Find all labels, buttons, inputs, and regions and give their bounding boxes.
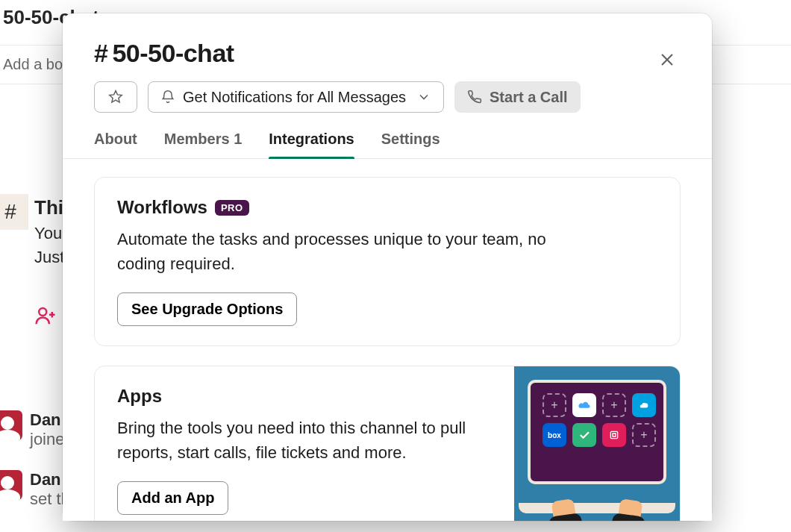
app-tile-check-icon (572, 423, 596, 447)
hand-illustration (548, 498, 583, 521)
see-upgrade-options-button[interactable]: See Upgrade Options (117, 292, 297, 326)
app-tile-box-icon: box (543, 423, 566, 447)
app-tile-plus-icon: + (543, 393, 566, 417)
workflows-title: Workflows (117, 197, 207, 218)
tab-settings[interactable]: Settings (381, 131, 440, 158)
close-button[interactable] (651, 43, 684, 76)
star-icon (108, 90, 123, 104)
modal-title: #50-50-chat (94, 39, 681, 68)
add-an-app-button[interactable]: Add an App (117, 481, 228, 515)
chevron-down-icon (416, 90, 431, 104)
svg-rect-1 (610, 431, 617, 438)
phone-icon (467, 90, 482, 104)
workflows-description: Automate the tasks and processes unique … (117, 227, 595, 276)
tab-integrations[interactable]: Integrations (269, 131, 354, 158)
hash-icon: # (94, 39, 107, 68)
call-label: Start a Call (490, 89, 567, 106)
modal-channel-name: 50-50-chat (112, 39, 234, 68)
app-tile-cloud-icon (572, 393, 596, 417)
modal-action-row: Get Notifications for All Messages Start… (63, 81, 712, 113)
app-tile-app-icon (602, 423, 626, 447)
tab-members[interactable]: Members 1 (164, 131, 243, 158)
modal-overlay[interactable]: #50-50-chat Get Notifications for All Me… (0, 0, 791, 532)
close-icon (659, 51, 675, 68)
apps-description: Bring the tools you need into this chann… (117, 416, 475, 465)
star-button[interactable] (94, 81, 137, 113)
start-call-button[interactable]: Start a Call (454, 81, 580, 113)
modal-tabs: About Members 1 Integrations Settings (63, 131, 712, 159)
notifications-button[interactable]: Get Notifications for All Messages (148, 81, 444, 113)
modal-body: Workflows PRO Automate the tasks and pro… (63, 159, 712, 521)
channel-details-modal: #50-50-chat Get Notifications for All Me… (63, 13, 712, 521)
app-tile-plus-icon: + (602, 393, 626, 417)
pro-badge: PRO (215, 200, 249, 216)
apps-card: Apps Bring the tools you need into this … (94, 366, 681, 521)
app-tile-salesforce-icon (632, 393, 656, 417)
apps-illustration: + + box (514, 366, 680, 521)
notifications-label: Get Notifications for All Messages (183, 89, 406, 106)
apps-title: Apps (117, 386, 162, 407)
hand-illustration (612, 498, 647, 521)
workflows-card: Workflows PRO Automate the tasks and pro… (94, 177, 681, 346)
tab-about[interactable]: About (94, 131, 137, 158)
app-tile-plus-icon: + (632, 423, 656, 447)
bell-icon (160, 90, 175, 104)
